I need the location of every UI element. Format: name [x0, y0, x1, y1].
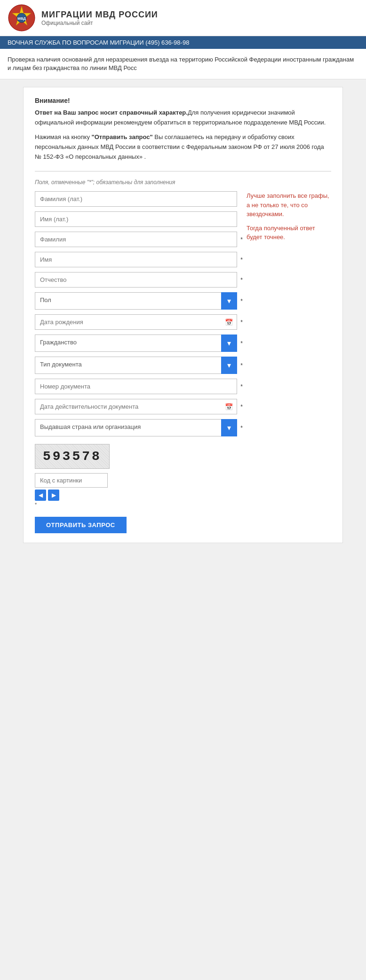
required-star-doc-number: *: [240, 383, 243, 390]
captcha-section: 593578 ◀ ▶ *: [35, 444, 237, 507]
svg-text:МВД: МВД: [17, 16, 26, 21]
issuing-country-display: Выдавшая страна или организация: [35, 419, 221, 436]
header-title: МИГРАЦИИ МВД РОССИИ: [41, 10, 158, 20]
captcha-next-btn[interactable]: ▶: [48, 490, 59, 501]
header: МВД МИГРАЦИИ МВД РОССИИ Официальный сайт: [0, 0, 366, 36]
first-name-input[interactable]: [35, 252, 237, 267]
mvd-logo: МВД: [8, 4, 36, 32]
top-bar-text: ВОЧНАЯ СЛУЖБА ПО ВОПРОСАМ МИГРАЦИИ (495)…: [8, 39, 189, 46]
required-star-last-name: *: [240, 236, 243, 243]
captcha-scratch: [35, 444, 109, 468]
doc-type-dropdown-btn[interactable]: [221, 357, 237, 374]
page-title-section: Проверка наличия оснований для неразреше…: [0, 49, 366, 79]
notice-text-2: Нажимая на кнопку "Отправить запрос" Вы …: [35, 132, 331, 162]
issuing-country-dropdown-btn[interactable]: [221, 419, 237, 436]
hint-text-2: Тогда полученный ответ будет точнее.: [247, 224, 331, 242]
field-middle-name: *: [35, 272, 237, 288]
notice-text-1: Ответ на Ваш запрос носит справочный хар…: [35, 108, 331, 128]
field-last-name-lat: [35, 191, 237, 207]
page-title: Проверка наличия оснований для неразреше…: [8, 55, 358, 72]
field-first-name: *: [35, 252, 237, 267]
captcha-input[interactable]: [35, 473, 108, 488]
first-name-lat-input[interactable]: [35, 211, 237, 227]
required-star-gender: *: [240, 298, 243, 304]
submit-button[interactable]: ОТПРАВИТЬ ЗАПРОС: [35, 517, 127, 533]
notice-title: Внимание!: [35, 97, 331, 104]
form-hint: Лучше заполнить все графы, а не только т…: [247, 191, 331, 533]
notice-bold-1: Ответ на Ваш запрос носит справочный хар…: [35, 109, 188, 116]
field-last-name: *: [35, 232, 237, 247]
field-birth-date: *: [35, 314, 237, 330]
captcha-prev-btn[interactable]: ◀: [35, 490, 46, 501]
birth-date-calendar-btn[interactable]: [221, 314, 237, 330]
captcha-nav: ◀ ▶: [35, 490, 237, 501]
last-name-input[interactable]: [35, 232, 237, 247]
hint-text-1: Лучше заполнить все графы, а не только т…: [247, 191, 331, 219]
birth-date-input[interactable]: [35, 314, 221, 330]
form-card: Внимание! Ответ на Ваш запрос носит спра…: [23, 87, 343, 543]
middle-name-input[interactable]: [35, 272, 237, 288]
doc-type-display: Тип документа: [35, 357, 221, 374]
form-layout: * * * Пол: [35, 191, 331, 533]
required-star-first-name: *: [240, 257, 243, 263]
calendar-icon: [225, 319, 233, 326]
captcha-required: *: [35, 502, 237, 507]
captcha-image: 593578: [35, 444, 110, 469]
field-doc-validity: *: [35, 399, 237, 414]
notice-bold-2: "Отправить запрос": [92, 133, 153, 140]
submit-section: ОТПРАВИТЬ ЗАПРОС: [35, 517, 237, 533]
field-doc-number: *: [35, 379, 237, 394]
citizenship-dropdown-btn[interactable]: [221, 334, 237, 352]
doc-validity-input[interactable]: [35, 399, 221, 414]
gender-display: Пол: [35, 292, 221, 310]
notice-box: Внимание! Ответ на Ваш запрос носит спра…: [35, 97, 331, 162]
field-first-name-lat: [35, 211, 237, 227]
gender-dropdown-btn[interactable]: [221, 292, 237, 310]
divider: [35, 171, 331, 171]
field-issuing-country: Выдавшая страна или организация *: [35, 419, 237, 436]
field-doc-type: Тип документа *: [35, 357, 237, 374]
form-fields: * * * Пол: [35, 191, 237, 533]
field-gender: Пол *: [35, 292, 237, 310]
chevron-down-icon-doc-type: [227, 361, 231, 370]
field-citizenship: Гражданство *: [35, 334, 237, 352]
required-star-issuing-country: *: [240, 425, 243, 431]
required-note: Поля, отмеченные "*"; обязательны для за…: [35, 179, 331, 186]
calendar-icon-validity: [225, 403, 233, 411]
top-bar: ВОЧНАЯ СЛУЖБА ПО ВОПРОСАМ МИГРАЦИИ (495)…: [0, 36, 366, 49]
doc-number-input[interactable]: [35, 379, 237, 394]
citizenship-display: Гражданство: [35, 334, 221, 352]
main-content: Внимание! Ответ на Ваш запрос носит спра…: [0, 79, 366, 551]
doc-validity-calendar-btn[interactable]: [221, 399, 237, 414]
required-star-middle-name: *: [240, 277, 243, 283]
chevron-down-icon: [227, 296, 231, 305]
chevron-down-icon-issuing: [227, 423, 231, 432]
required-star-citizenship: *: [240, 340, 243, 347]
notice-part1: Нажимая на кнопку: [35, 133, 92, 140]
chevron-down-icon-citizenship: [227, 339, 231, 348]
required-star-doc-validity: *: [240, 404, 243, 410]
required-star-doc-type: *: [240, 362, 243, 369]
required-star-birth-date: *: [240, 319, 243, 326]
header-subtitle: Официальный сайт: [41, 20, 158, 26]
last-name-lat-input[interactable]: [35, 191, 237, 207]
